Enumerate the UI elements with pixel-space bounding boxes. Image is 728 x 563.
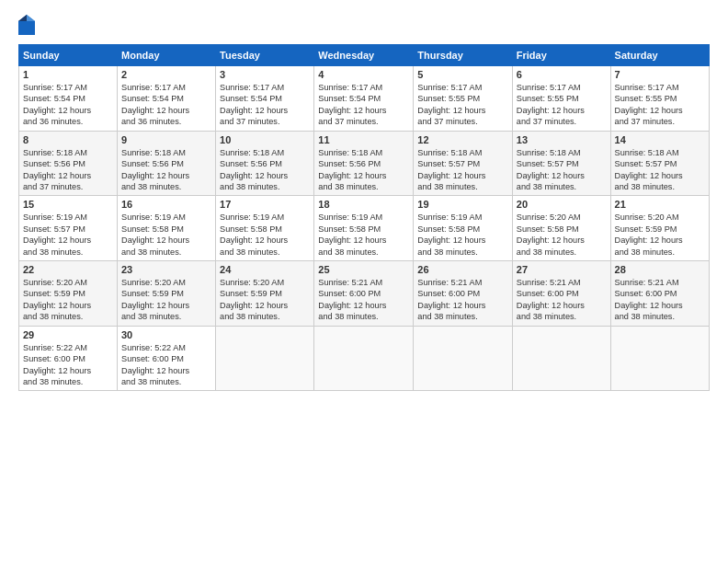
calendar-cell: 3Sunrise: 5:17 AMSunset: 5:54 PMDaylight… [216,66,314,132]
day-number: 1 [23,69,113,80]
calendar-cell: 15Sunrise: 5:19 AMSunset: 5:57 PMDayligh… [19,196,118,261]
calendar-cell: 10Sunrise: 5:18 AMSunset: 5:56 PMDayligh… [216,131,314,196]
header-wednesday: Wednesday [314,45,414,66]
day-info: Sunrise: 5:19 AMSunset: 5:58 PMDaylight:… [220,212,310,258]
day-number: 26 [417,264,507,275]
day-number: 27 [517,264,607,275]
calendar-cell [610,326,709,391]
calendar-cell: 18Sunrise: 5:19 AMSunset: 5:58 PMDayligh… [314,196,414,261]
day-number: 4 [318,69,409,80]
day-info: Sunrise: 5:17 AMSunset: 5:54 PMDaylight:… [220,82,310,128]
day-info: Sunrise: 5:17 AMSunset: 5:55 PMDaylight:… [417,82,507,128]
day-number: 25 [318,264,409,275]
header-friday: Friday [512,45,610,66]
calendar-cell: 12Sunrise: 5:18 AMSunset: 5:57 PMDayligh… [414,131,512,196]
day-info: Sunrise: 5:18 AMSunset: 5:57 PMDaylight:… [615,147,705,193]
day-number: 3 [220,69,310,80]
calendar-cell: 5Sunrise: 5:17 AMSunset: 5:55 PMDaylight… [414,66,512,132]
day-number: 20 [517,199,607,210]
calendar-week-3: 22Sunrise: 5:20 AMSunset: 5:59 PMDayligh… [19,261,710,327]
calendar-cell: 6Sunrise: 5:17 AMSunset: 5:55 PMDaylight… [512,66,610,132]
calendar-cell: 23Sunrise: 5:20 AMSunset: 5:59 PMDayligh… [118,261,216,327]
calendar-cell: 26Sunrise: 5:21 AMSunset: 6:00 PMDayligh… [414,261,512,327]
day-info: Sunrise: 5:20 AMSunset: 5:59 PMDaylight:… [220,277,310,323]
svg-marker-2 [18,15,27,21]
header-monday: Monday [118,45,216,66]
day-number: 30 [121,329,211,340]
day-number: 28 [615,264,705,275]
calendar-cell: 1Sunrise: 5:17 AMSunset: 5:54 PMDaylight… [19,66,118,132]
day-number: 18 [318,199,409,210]
calendar-cell: 25Sunrise: 5:21 AMSunset: 6:00 PMDayligh… [314,261,414,327]
day-info: Sunrise: 5:18 AMSunset: 5:56 PMDaylight:… [121,147,211,193]
calendar-cell: 8Sunrise: 5:18 AMSunset: 5:56 PMDaylight… [19,131,118,196]
day-number: 22 [23,264,113,275]
calendar-week-0: 1Sunrise: 5:17 AMSunset: 5:54 PMDaylight… [19,66,710,132]
day-info: Sunrise: 5:20 AMSunset: 5:59 PMDaylight:… [121,277,211,323]
day-number: 15 [23,199,113,210]
svg-marker-1 [27,15,35,21]
day-info: Sunrise: 5:19 AMSunset: 5:58 PMDaylight:… [417,212,507,258]
day-info: Sunrise: 5:22 AMSunset: 6:00 PMDaylight:… [23,342,113,388]
day-number: 7 [615,69,705,80]
header [18,17,710,35]
day-info: Sunrise: 5:18 AMSunset: 5:56 PMDaylight:… [220,147,310,193]
day-number: 5 [417,69,507,80]
header-tuesday: Tuesday [216,45,314,66]
day-number: 23 [121,264,211,275]
calendar-cell: 28Sunrise: 5:21 AMSunset: 6:00 PMDayligh… [610,261,709,327]
day-number: 17 [220,199,310,210]
day-info: Sunrise: 5:18 AMSunset: 5:57 PMDaylight:… [517,147,607,193]
calendar-header-row: SundayMondayTuesdayWednesdayThursdayFrid… [19,45,710,66]
day-info: Sunrise: 5:21 AMSunset: 6:00 PMDaylight:… [318,277,409,323]
day-info: Sunrise: 5:17 AMSunset: 5:54 PMDaylight:… [121,82,211,128]
calendar-cell: 17Sunrise: 5:19 AMSunset: 5:58 PMDayligh… [216,196,314,261]
calendar-cell [512,326,610,391]
calendar-cell: 16Sunrise: 5:19 AMSunset: 5:58 PMDayligh… [118,196,216,261]
header-saturday: Saturday [610,45,709,66]
day-number: 6 [517,69,607,80]
day-info: Sunrise: 5:19 AMSunset: 5:58 PMDaylight:… [318,212,409,258]
day-info: Sunrise: 5:19 AMSunset: 5:58 PMDaylight:… [121,212,211,258]
day-info: Sunrise: 5:21 AMSunset: 6:00 PMDaylight:… [417,277,507,323]
calendar-cell: 14Sunrise: 5:18 AMSunset: 5:57 PMDayligh… [610,131,709,196]
calendar-cell: 7Sunrise: 5:17 AMSunset: 5:55 PMDaylight… [610,66,709,132]
calendar-cell: 19Sunrise: 5:19 AMSunset: 5:58 PMDayligh… [414,196,512,261]
calendar-week-2: 15Sunrise: 5:19 AMSunset: 5:57 PMDayligh… [19,196,710,261]
calendar-body: 1Sunrise: 5:17 AMSunset: 5:54 PMDaylight… [19,66,710,391]
header-sunday: Sunday [19,45,118,66]
calendar-cell: 30Sunrise: 5:22 AMSunset: 6:00 PMDayligh… [118,326,216,391]
day-info: Sunrise: 5:20 AMSunset: 5:59 PMDaylight:… [615,212,705,258]
calendar-cell: 27Sunrise: 5:21 AMSunset: 6:00 PMDayligh… [512,261,610,327]
day-info: Sunrise: 5:18 AMSunset: 5:56 PMDaylight:… [23,147,113,193]
day-info: Sunrise: 5:17 AMSunset: 5:54 PMDaylight:… [318,82,409,128]
day-number: 29 [23,329,113,340]
day-number: 2 [121,69,211,80]
day-info: Sunrise: 5:21 AMSunset: 6:00 PMDaylight:… [517,277,607,323]
day-info: Sunrise: 5:20 AMSunset: 5:59 PMDaylight:… [23,277,113,323]
day-number: 8 [23,134,113,145]
day-info: Sunrise: 5:17 AMSunset: 5:54 PMDaylight:… [23,82,113,128]
day-info: Sunrise: 5:20 AMSunset: 5:58 PMDaylight:… [517,212,607,258]
day-number: 21 [615,199,705,210]
calendar-cell [414,326,512,391]
day-number: 13 [517,134,607,145]
calendar-cell: 9Sunrise: 5:18 AMSunset: 5:56 PMDaylight… [118,131,216,196]
calendar-cell [216,326,314,391]
day-number: 12 [417,134,507,145]
day-number: 16 [121,199,211,210]
calendar-table: SundayMondayTuesdayWednesdayThursdayFrid… [18,44,710,391]
day-info: Sunrise: 5:18 AMSunset: 5:57 PMDaylight:… [417,147,507,193]
day-number: 10 [220,134,310,145]
page: SundayMondayTuesdayWednesdayThursdayFrid… [0,0,728,563]
day-number: 9 [121,134,211,145]
logo [18,17,37,35]
calendar-cell: 11Sunrise: 5:18 AMSunset: 5:56 PMDayligh… [314,131,414,196]
calendar-week-1: 8Sunrise: 5:18 AMSunset: 5:56 PMDaylight… [19,131,710,196]
day-number: 24 [220,264,310,275]
calendar-cell: 13Sunrise: 5:18 AMSunset: 5:57 PMDayligh… [512,131,610,196]
calendar-cell: 21Sunrise: 5:20 AMSunset: 5:59 PMDayligh… [610,196,709,261]
calendar-cell [314,326,414,391]
calendar-cell: 20Sunrise: 5:20 AMSunset: 5:58 PMDayligh… [512,196,610,261]
calendar-cell: 2Sunrise: 5:17 AMSunset: 5:54 PMDaylight… [118,66,216,132]
